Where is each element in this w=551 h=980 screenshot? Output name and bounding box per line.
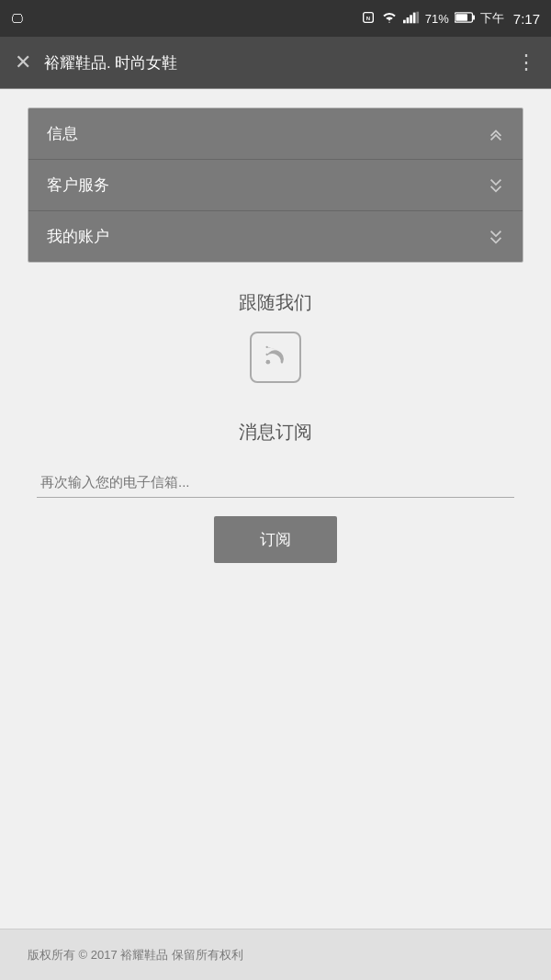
svg-point-10 <box>266 359 271 364</box>
more-options-button[interactable]: ⋮ <box>516 51 536 74</box>
status-left: 🖵 <box>11 12 23 26</box>
main-content: 信息 客户服务 我的账户 <box>0 89 551 750</box>
accordion-item-account[interactable]: 我的账户 <box>28 211 523 262</box>
subscribe-title: 消息订阅 <box>28 420 523 445</box>
rss-button[interactable] <box>250 332 301 383</box>
status-right: N 71% 下午 7:17 <box>361 10 540 28</box>
follow-section: 跟随我们 <box>28 263 523 392</box>
subscribe-button[interactable]: 订阅 <box>214 516 337 563</box>
battery-icon <box>455 12 475 26</box>
nfc-icon: N <box>361 10 376 28</box>
accordion-expand-icon-info <box>488 126 504 142</box>
svg-text:N: N <box>366 15 370 20</box>
accordion-item-info[interactable]: 信息 <box>28 108 523 160</box>
screen-icon: 🖵 <box>11 12 23 26</box>
bottom-space <box>0 750 551 929</box>
svg-rect-8 <box>472 15 475 19</box>
svg-rect-2 <box>403 19 406 23</box>
accordion-expand-icon-service <box>488 177 504 194</box>
svg-rect-3 <box>406 17 409 23</box>
status-time: 7:17 <box>513 11 540 27</box>
subscribe-section: 消息订阅 订阅 <box>28 392 523 572</box>
subscribe-input-wrap <box>28 467 523 498</box>
wifi-icon <box>381 11 398 27</box>
top-bar: ✕ 裕耀鞋品. 时尚女鞋 ⋮ <box>0 37 551 88</box>
accordion-menu: 信息 客户服务 我的账户 <box>28 107 523 263</box>
svg-rect-4 <box>410 15 412 23</box>
svg-rect-5 <box>413 12 416 23</box>
rss-icon <box>263 342 288 374</box>
svg-rect-9 <box>455 14 467 21</box>
footer: 版权所有 © 2017 裕耀鞋品 保留所有权利 <box>0 929 551 980</box>
svg-rect-6 <box>416 11 419 23</box>
email-input[interactable] <box>37 467 514 498</box>
accordion-label-info: 信息 <box>47 123 78 144</box>
follow-title: 跟随我们 <box>28 290 523 315</box>
accordion-expand-icon-account <box>488 229 504 245</box>
signal-icon <box>403 11 420 27</box>
page-title: 裕耀鞋品. 时尚女鞋 <box>44 52 516 73</box>
close-button[interactable]: ✕ <box>15 52 31 73</box>
accordion-item-service[interactable]: 客户服务 <box>28 160 523 211</box>
status-bar: 🖵 N 71% 下午 7:17 <box>0 0 551 37</box>
am-pm-label: 下午 <box>480 10 504 27</box>
accordion-label-account: 我的账户 <box>47 226 109 247</box>
battery-percent: 71% <box>425 12 449 26</box>
accordion-label-service: 客户服务 <box>47 175 109 196</box>
footer-text: 版权所有 © 2017 裕耀鞋品 保留所有权利 <box>28 948 243 962</box>
